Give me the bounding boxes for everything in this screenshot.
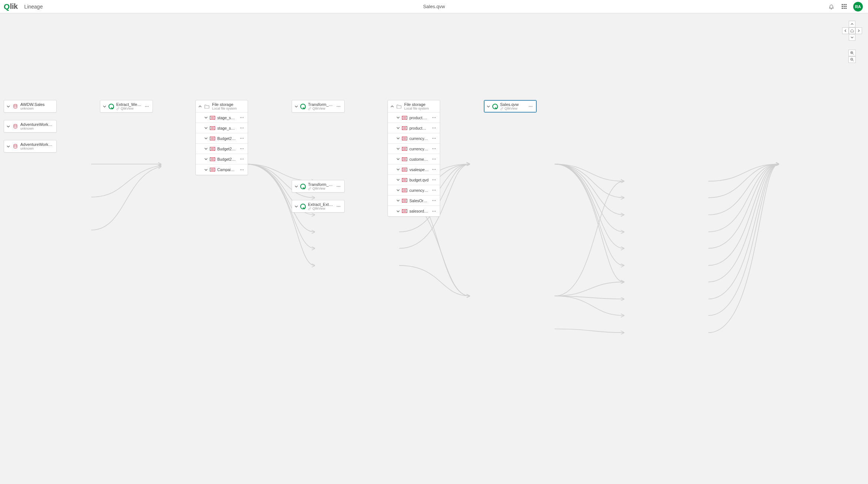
file-item[interactable]: Budget2013.xlsx xyxy=(196,144,248,154)
file-item[interactable]: Budget2014.xlsx xyxy=(196,154,248,164)
more-icon[interactable] xyxy=(239,167,245,173)
more-icon[interactable] xyxy=(431,136,437,141)
more-icon[interactable] xyxy=(144,103,150,109)
nav-down-button[interactable] xyxy=(849,34,855,41)
svg-point-61 xyxy=(435,200,436,201)
chevron-down-icon[interactable] xyxy=(396,147,400,151)
chevron-up-icon[interactable] xyxy=(198,104,202,108)
more-icon[interactable] xyxy=(431,177,437,183)
chevron-down-icon[interactable] xyxy=(294,204,298,208)
more-icon[interactable] xyxy=(431,156,437,162)
more-icon[interactable] xyxy=(527,103,533,109)
chevron-down-icon[interactable] xyxy=(396,157,400,161)
svg-point-40 xyxy=(435,128,436,128)
more-icon[interactable] xyxy=(239,125,245,131)
node-transform-budget[interactable]: Transform_Budget.qvw QlikView xyxy=(292,100,345,113)
datafile-icon xyxy=(402,116,407,120)
chevron-down-icon[interactable] xyxy=(396,178,400,182)
more-icon[interactable] xyxy=(431,198,437,204)
more-icon[interactable] xyxy=(239,146,245,152)
more-icon[interactable] xyxy=(431,187,437,193)
chevron-down-icon[interactable] xyxy=(204,147,208,151)
node-transform-sales[interactable]: Transform_Sales.qvw QlikView xyxy=(292,180,345,193)
chevron-down-icon[interactable] xyxy=(294,184,298,188)
breadcrumb[interactable]: Lineage xyxy=(24,4,43,10)
node-source-aw2017-sales[interactable]: AdventureWorks2017.Salesunknown xyxy=(4,120,57,133)
chevron-down-icon[interactable] xyxy=(396,168,400,171)
file-item[interactable]: stage_salesorderhead… xyxy=(196,123,248,133)
chevron-down-icon[interactable] xyxy=(486,104,490,108)
more-icon[interactable] xyxy=(335,183,341,189)
nav-home-button[interactable] xyxy=(849,27,855,34)
more-icon[interactable] xyxy=(431,167,437,173)
file-item[interactable]: customer.qvd xyxy=(388,154,440,164)
bell-icon[interactable] xyxy=(828,3,835,10)
svg-point-9 xyxy=(241,117,242,118)
node-sales-qvw[interactable]: Sales.qvw QlikView xyxy=(484,100,537,113)
chevron-down-icon[interactable] xyxy=(6,144,10,148)
more-icon[interactable] xyxy=(431,115,437,121)
node-subtitle: QlikView xyxy=(500,107,525,110)
chevron-down-icon[interactable] xyxy=(204,157,208,161)
svg-point-57 xyxy=(433,190,434,191)
file-item[interactable]: budget.qvd xyxy=(388,175,440,185)
node-file-storage-stage[interactable]: File storageLocal file system stage_sale… xyxy=(195,100,248,175)
file-item[interactable]: product.qvd xyxy=(388,113,440,123)
product-logo[interactable]: QQliklik xyxy=(4,2,18,11)
file-item[interactable]: productmodel.qvd xyxy=(388,123,440,133)
chevron-down-icon[interactable] xyxy=(6,104,10,108)
file-item[interactable]: SalesOrderDetail_202… xyxy=(388,196,440,206)
file-item[interactable]: currencyrate.qvd xyxy=(388,144,440,154)
svg-point-8 xyxy=(240,117,241,118)
more-icon[interactable] xyxy=(431,146,437,152)
chevron-down-icon[interactable] xyxy=(396,116,400,120)
node-extract-weekly[interactable]: Extract_Weekly.qvw QlikView xyxy=(100,100,153,113)
svg-point-39 xyxy=(433,128,434,128)
file-item[interactable]: stage_salesorderdetail.… xyxy=(196,113,248,123)
zoom-in-button[interactable] xyxy=(848,50,856,56)
node-extract-external[interactable]: Extract_External.qvw QlikView xyxy=(292,200,345,213)
svg-point-7 xyxy=(148,106,148,107)
more-icon[interactable] xyxy=(431,208,437,214)
chevron-down-icon[interactable] xyxy=(204,126,208,130)
nav-left-button[interactable] xyxy=(842,27,849,34)
node-subtitle: QlikView xyxy=(308,207,333,210)
chevron-down-icon[interactable] xyxy=(396,199,400,203)
node-source-aw2017-product[interactable]: AdventureWorks2017.Produ…unknown xyxy=(4,140,57,153)
zoom-out-button[interactable] xyxy=(848,56,856,63)
nav-up-button[interactable] xyxy=(849,21,855,27)
chevron-down-icon[interactable] xyxy=(204,137,208,140)
file-item[interactable]: salesorderdetail.qvd xyxy=(388,206,440,216)
svg-point-13 xyxy=(243,128,244,128)
more-icon[interactable] xyxy=(431,125,437,131)
file-item[interactable]: Budget2012.xlsx xyxy=(196,133,248,144)
chevron-down-icon[interactable] xyxy=(294,104,298,108)
file-item[interactable]: currencyrate.qvd xyxy=(388,185,440,196)
app-launcher-icon[interactable] xyxy=(841,3,847,10)
avatar[interactable]: RA xyxy=(853,2,863,11)
more-icon[interactable] xyxy=(239,156,245,162)
more-icon[interactable] xyxy=(239,136,245,141)
chevron-up-icon[interactable] xyxy=(390,104,394,108)
chevron-down-icon[interactable] xyxy=(396,137,400,140)
node-source-awdw-sales[interactable]: AWDW.Salesunknown xyxy=(4,100,57,113)
lineage-canvas[interactable]: AWDW.Salesunknown AdventureWorks2017.Sal… xyxy=(0,13,868,484)
datafile-icon xyxy=(402,137,407,140)
chevron-down-icon[interactable] xyxy=(103,104,106,108)
chevron-down-icon[interactable] xyxy=(396,126,400,130)
file-item[interactable]: Campaign.xlsx xyxy=(196,164,248,175)
chevron-down-icon[interactable] xyxy=(204,168,208,171)
file-item[interactable]: currency.qvd xyxy=(388,133,440,144)
chevron-down-icon[interactable] xyxy=(396,209,400,213)
more-icon[interactable] xyxy=(335,103,341,109)
svg-point-21 xyxy=(241,159,242,160)
chevron-down-icon[interactable] xyxy=(396,188,400,192)
file-item[interactable]: vsalesperson.qvd xyxy=(388,164,440,175)
svg-point-58 xyxy=(435,190,436,191)
nav-right-button[interactable] xyxy=(855,27,862,34)
chevron-down-icon[interactable] xyxy=(6,124,10,128)
chevron-down-icon[interactable] xyxy=(204,116,208,120)
more-icon[interactable] xyxy=(335,203,341,209)
node-file-storage-qvd[interactable]: File storageLocal file system product.qv… xyxy=(388,100,440,217)
more-icon[interactable] xyxy=(239,115,245,121)
